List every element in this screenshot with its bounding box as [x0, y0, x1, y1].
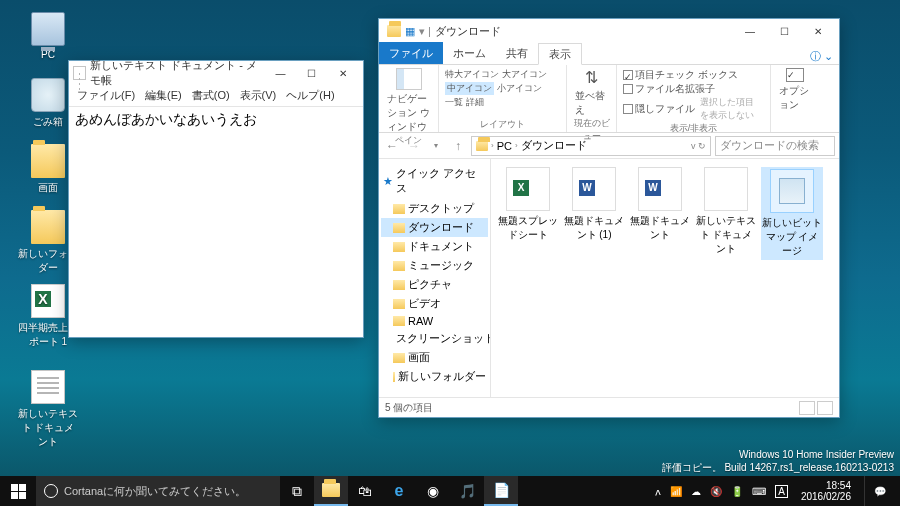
explorer-window[interactable]: ▦ ▾ | ダウンロード — ☐ ✕ ファイル ホーム 共有 表示 ⓘ ⌄ ナビ…: [378, 18, 840, 418]
qat-props-icon[interactable]: ▦: [405, 25, 415, 38]
breadcrumb-downloads[interactable]: ダウンロード: [521, 138, 587, 153]
check-item-boxes[interactable]: 項目チェック ボックス: [623, 68, 764, 82]
tree-pictures[interactable]: ピクチャ: [381, 275, 488, 294]
tree-newfolder[interactable]: 新しいフォルダー: [381, 367, 488, 386]
minimize-button[interactable]: —: [265, 61, 296, 85]
explorer-titlebar[interactable]: ▦ ▾ | ダウンロード — ☐ ✕: [379, 19, 839, 43]
ribbon: ナビゲーション ウィンドウ ペイン 特大アイコン大アイコン 中アイコン小アイコン…: [379, 65, 839, 133]
tree-screenshots[interactable]: スクリーンショット: [381, 329, 488, 348]
desktop-icon-txt[interactable]: 新しいテキスト ドキュメント: [18, 370, 78, 449]
close-button[interactable]: ✕: [801, 19, 835, 43]
file-list[interactable]: 無題スプレッドシート 無題ドキュメント (1) 無題ドキュメント 新しいテキスト…: [491, 159, 839, 397]
tray-up-icon[interactable]: ʌ: [655, 486, 661, 497]
tray-keyboard-icon[interactable]: ⌨: [752, 486, 766, 497]
notepad-textarea[interactable]: あめんぼあかいなあいうえお: [69, 106, 363, 336]
nav-back-button[interactable]: ←: [383, 137, 401, 155]
nav-fwd-button[interactable]: →: [405, 137, 423, 155]
tray-clock[interactable]: 18:542016/02/26: [797, 480, 855, 502]
taskbar-chrome[interactable]: ◉: [416, 476, 450, 506]
word-file-icon: [638, 167, 682, 211]
tab-share[interactable]: 共有: [496, 42, 538, 64]
maximize-button[interactable]: ☐: [296, 61, 327, 85]
options-button[interactable]: オプション: [777, 68, 813, 112]
action-center-button[interactable]: 💬: [864, 476, 894, 506]
pc-icon: [31, 12, 65, 46]
menu-file[interactable]: ファイル(F): [73, 86, 139, 105]
menu-help[interactable]: ヘルプ(H): [282, 86, 338, 105]
tree-documents[interactable]: ドキュメント: [381, 237, 488, 256]
file-item[interactable]: 無題スプレッドシート: [497, 167, 559, 260]
nav-up-button[interactable]: ↑: [449, 137, 467, 155]
menu-view[interactable]: 表示(V): [236, 86, 281, 105]
notepad-menubar: ファイル(F) 編集(E) 書式(O) 表示(V) ヘルプ(H): [69, 85, 363, 106]
folder-icon: [387, 25, 401, 37]
layout-options[interactable]: 特大アイコン大アイコン 中アイコン小アイコン 一覧詳細: [445, 68, 560, 109]
check-hidden[interactable]: 隠しファイル: [623, 102, 695, 116]
tree-downloads[interactable]: ダウンロード: [381, 218, 488, 237]
cortana-search[interactable]: Cortanaに何か聞いてみてください。: [36, 476, 280, 506]
minimize-button[interactable]: —: [733, 19, 767, 43]
file-item[interactable]: 無題ドキュメント: [629, 167, 691, 260]
text-file-icon: [704, 167, 748, 211]
tray-onedrive-icon[interactable]: ☁: [691, 486, 701, 497]
file-item[interactable]: 無題ドキュメント (1): [563, 167, 625, 260]
tray-ime-icon[interactable]: A: [775, 485, 788, 498]
taskbar-mediaplayer[interactable]: 🎵: [450, 476, 484, 506]
search-input[interactable]: ダウンロードの検索: [715, 136, 835, 156]
windows-logo-icon: [11, 484, 26, 499]
word-file-icon: [572, 167, 616, 211]
watermark: Windows 10 Home Insider Preview 評価コピー。 B…: [662, 448, 894, 474]
maximize-button[interactable]: ☐: [767, 19, 801, 43]
view-details-button[interactable]: [799, 401, 815, 415]
sort-button[interactable]: ⇅ 並べ替え: [573, 68, 610, 117]
tab-view[interactable]: 表示: [538, 43, 582, 65]
check-extensions[interactable]: ファイル名拡張子: [623, 82, 764, 96]
taskbar-store[interactable]: 🛍: [348, 476, 382, 506]
file-item[interactable]: 新しいテキスト ドキュメント: [695, 167, 757, 260]
menu-edit[interactable]: 編集(E): [141, 86, 186, 105]
taskbar[interactable]: Cortanaに何か聞いてみてください。 ⧉ 🛍 e ◉ 🎵 📄 ʌ 📶 ☁ 🔇…: [0, 476, 900, 506]
notepad-titlebar[interactable]: 新しいテキスト ドキュメント - メモ帳 — ☐ ✕: [69, 61, 363, 85]
ribbon-tabs: ファイル ホーム 共有 表示 ⓘ ⌄: [379, 43, 839, 65]
tab-file[interactable]: ファイル: [379, 42, 443, 64]
nav-recent-button[interactable]: ▾: [427, 137, 445, 155]
navpane-icon: [396, 68, 422, 90]
tree-raw[interactable]: RAW: [381, 313, 488, 329]
tree-quick-access[interactable]: ★クイック アクセス: [381, 163, 488, 199]
tree-screen[interactable]: 画面: [381, 348, 488, 367]
address-field[interactable]: › PC › ダウンロード v ↻: [471, 136, 711, 156]
notepad-icon: [73, 66, 86, 80]
ribbon-help-icon[interactable]: ⓘ ⌄: [804, 49, 839, 64]
taskbar-explorer[interactable]: [314, 476, 348, 506]
explorer-title: ダウンロード: [435, 24, 501, 39]
tray-battery-icon[interactable]: 🔋: [731, 486, 743, 497]
group-layout: レイアウト: [445, 118, 560, 131]
tree-music[interactable]: ミュージック: [381, 256, 488, 275]
quick-access-toolbar: ▦ ▾ |: [383, 25, 435, 38]
start-button[interactable]: [0, 476, 36, 506]
taskbar-notepad[interactable]: 📄: [484, 476, 518, 506]
tab-home[interactable]: ホーム: [443, 42, 496, 64]
excel-file-icon: [506, 167, 550, 211]
tree-desktop[interactable]: デスクトップ: [381, 199, 488, 218]
tray-wifi-icon[interactable]: 📶: [670, 486, 682, 497]
tray-volume-icon[interactable]: 🔇: [710, 486, 722, 497]
taskbar-edge[interactable]: e: [382, 476, 416, 506]
desktop-icon-pc[interactable]: PC: [18, 12, 78, 60]
task-view-button[interactable]: ⧉: [280, 476, 314, 506]
nav-tree[interactable]: ★クイック アクセス デスクトップ ダウンロード ドキュメント ミュージック ピ…: [379, 159, 491, 397]
system-tray[interactable]: ʌ 📶 ☁ 🔇 🔋 ⌨ A 18:542016/02/26 💬: [649, 476, 900, 506]
excel-file-icon: [31, 284, 65, 318]
cortana-icon: [44, 484, 58, 498]
file-item-selected[interactable]: 新しいビットマップ イメージ: [761, 167, 823, 260]
folder-icon: [476, 141, 488, 151]
breadcrumb-pc[interactable]: PC: [497, 140, 512, 152]
tree-videos[interactable]: ビデオ: [381, 294, 488, 313]
qat-new-icon[interactable]: ▾ |: [419, 25, 431, 38]
folder-icon: [31, 210, 65, 244]
close-button[interactable]: ✕: [328, 61, 359, 85]
navpane-button[interactable]: ナビゲーション ウィンドウ: [385, 68, 432, 134]
notepad-window[interactable]: 新しいテキスト ドキュメント - メモ帳 — ☐ ✕ ファイル(F) 編集(E)…: [68, 60, 364, 338]
menu-format[interactable]: 書式(O): [188, 86, 234, 105]
view-icons-button[interactable]: [817, 401, 833, 415]
